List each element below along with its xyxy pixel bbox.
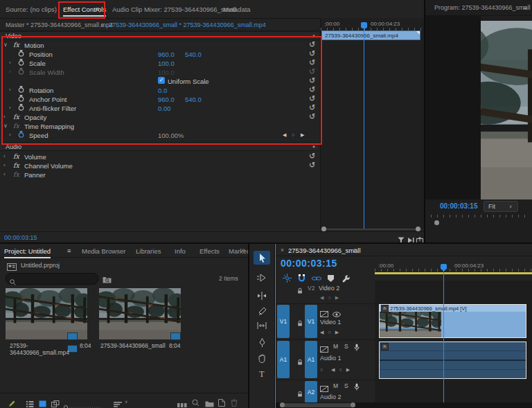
reset-icon[interactable]: ↺: [309, 85, 315, 94]
track-name[interactable]: Video 2: [319, 285, 339, 292]
selection-tool[interactable]: [256, 251, 268, 264]
export-frame-icon[interactable]: [416, 234, 423, 242]
reset-icon[interactable]: ↺: [309, 94, 315, 103]
effect-row-anchor-point[interactable]: Anchor Point 960.0 540.0 ↺: [0, 94, 319, 103]
stopwatch-icon[interactable]: [18, 131, 24, 139]
project-item[interactable]: 27539-364430966_small 8:04: [99, 288, 181, 351]
effect-label[interactable]: Uniform Scale: [168, 78, 209, 85]
mute-button[interactable]: M: [333, 343, 338, 350]
collapse-section-icon[interactable]: ▲: [312, 144, 316, 148]
new-bin-icon[interactable]: [205, 398, 214, 408]
freeform-view-icon[interactable]: [51, 398, 60, 408]
effect-label[interactable]: Rotation: [29, 87, 53, 94]
sync-lock-icon[interactable]: [320, 343, 328, 355]
chevron-right-icon[interactable]: ›: [9, 132, 11, 138]
ec-h-scrollbar[interactable]: [321, 229, 421, 230]
solo-button[interactable]: S: [344, 343, 348, 350]
ec-scrollbar-handle-left[interactable]: [321, 227, 326, 231]
effect-label[interactable]: Channel Volume: [24, 162, 73, 170]
voiceover-mic-icon[interactable]: [354, 342, 360, 354]
ripple-edit-tool[interactable]: [256, 290, 268, 302]
chevron-right-icon[interactable]: ›: [9, 105, 11, 111]
source-patch-v1[interactable]: V1: [277, 305, 290, 338]
lock-icon[interactable]: [296, 388, 303, 400]
effect-label[interactable]: Anchor Point: [29, 96, 66, 103]
program-title[interactable]: Program: 27539-364430966_small: [434, 5, 531, 11]
stopwatch-icon[interactable]: [18, 95, 24, 103]
item-name[interactable]: 27539-364430966_small: [100, 342, 166, 349]
scrollbar-handle-left[interactable]: [280, 402, 285, 407]
effect-label[interactable]: Panner: [24, 171, 46, 179]
clip-fx-badge[interactable]: fx: [381, 343, 389, 351]
effect-row-anti-flicker[interactable]: › Anti-flicker Filter 0.00 ↺: [0, 103, 319, 112]
timeline-scrollbar-track[interactable]: [276, 402, 532, 408]
panel-menu-icon[interactable]: ≡: [67, 248, 71, 254]
prev-keyframe-icon[interactable]: ◀: [283, 132, 286, 137]
effect-row-volume[interactable]: › fx Volume ↺: [0, 152, 319, 161]
timeline-ruler[interactable]: [375, 269, 532, 272]
param-value[interactable]: 0.0: [158, 87, 167, 94]
zoom-level-select[interactable]: Fit ∨: [484, 201, 518, 212]
search-bins-icon[interactable]: [103, 274, 112, 286]
effect-label[interactable]: Time Remapping: [24, 123, 74, 130]
tab-audio-clip-mixer[interactable]: Audio Clip Mixer: 27539-364430966_small: [112, 6, 236, 13]
scrollbar-handle-right[interactable]: [351, 402, 355, 407]
reset-icon[interactable]: ↺: [309, 112, 315, 121]
mute-button[interactable]: M: [333, 382, 338, 389]
tab-media-browser[interactable]: Media Browser: [82, 248, 125, 255]
chevron-right-icon[interactable]: ›: [9, 87, 11, 93]
pen-tool[interactable]: [256, 336, 268, 348]
keyframe-nav[interactable]: ◀○▶: [320, 295, 343, 301]
audio-section-header[interactable]: Audio ▲: [0, 142, 319, 151]
lock-icon[interactable]: [296, 285, 303, 297]
reset-icon[interactable]: ↺: [309, 103, 315, 112]
chevron-down-icon[interactable]: ∨: [3, 123, 8, 129]
work-area-bar[interactable]: [375, 272, 532, 274]
effect-row-opacity[interactable]: › fx Opacity ↺: [0, 112, 319, 121]
ec-timecode[interactable]: 00:00:03:15: [4, 235, 37, 241]
param-value[interactable]: 100.0: [158, 60, 175, 67]
track-header-a1[interactable]: A1 A1 M S Audio 1 ○ ◀○▶: [276, 339, 375, 380]
source-patch-a1[interactable]: A1: [277, 341, 290, 378]
panel-menu-icon[interactable]: ≡: [523, 5, 526, 11]
track-select-forward-tool[interactable]: [256, 272, 268, 284]
slip-tool[interactable]: [256, 319, 268, 332]
param-value[interactable]: 0.00: [158, 105, 171, 112]
chevron-down-icon[interactable]: ∨: [100, 23, 104, 28]
effect-label[interactable]: Motion: [24, 42, 44, 49]
lock-icon[interactable]: [296, 317, 303, 330]
effect-row-channel-volume[interactable]: › fx Channel Volume ↺: [0, 161, 319, 170]
reset-icon[interactable]: ↺: [309, 152, 315, 161]
effect-label[interactable]: Scale: [29, 60, 46, 67]
automate-to-sequence-icon[interactable]: [177, 398, 187, 408]
chevron-down-icon[interactable]: ∨: [125, 400, 127, 404]
find-icon[interactable]: [192, 397, 200, 408]
param-value[interactable]: 960.0: [158, 51, 175, 58]
reset-icon[interactable]: ↺: [309, 161, 315, 170]
new-item-icon[interactable]: [218, 397, 225, 408]
panel-menu-icon[interactable]: ≡: [353, 247, 357, 254]
track-name[interactable]: Video 1: [320, 319, 341, 326]
solo-button[interactable]: S: [344, 382, 348, 389]
sequence-thumbnail[interactable]: [99, 288, 181, 339]
timeline-scrollbar-handle[interactable]: [280, 403, 355, 407]
collapse-section-icon[interactable]: ▲: [312, 33, 316, 37]
chevron-right-icon[interactable]: ›: [3, 171, 6, 177]
reset-icon[interactable]: ↺: [309, 58, 315, 67]
writable-pencil-icon[interactable]: [8, 398, 16, 408]
track-name[interactable]: Audio 2: [320, 393, 342, 400]
program-timecode[interactable]: 00:00:03:15: [440, 203, 477, 210]
stopwatch-icon[interactable]: [18, 59, 24, 67]
keyframe-type-icon[interactable]: ○: [320, 367, 323, 372]
program-video-frame[interactable]: [481, 21, 532, 199]
filter-icon[interactable]: [398, 234, 405, 242]
list-view-icon[interactable]: [26, 398, 34, 408]
ec-clip-bar[interactable]: 27539-364430966_small.mp4: [321, 30, 420, 40]
project-file-name[interactable]: Untitled.prproj: [21, 263, 60, 269]
voiceover-mic-icon[interactable]: [354, 381, 360, 393]
track-header-v1[interactable]: V1 V1 Video 1 ◀○▶: [276, 303, 375, 340]
keyframe-nav[interactable]: ◀○▶: [331, 367, 354, 373]
item-name[interactable]: 27539-364430966_small.mp4: [10, 342, 87, 356]
tab-effect-controls[interactable]: Effect Controls: [63, 6, 106, 17]
tab-libraries[interactable]: Libraries: [136, 248, 161, 255]
